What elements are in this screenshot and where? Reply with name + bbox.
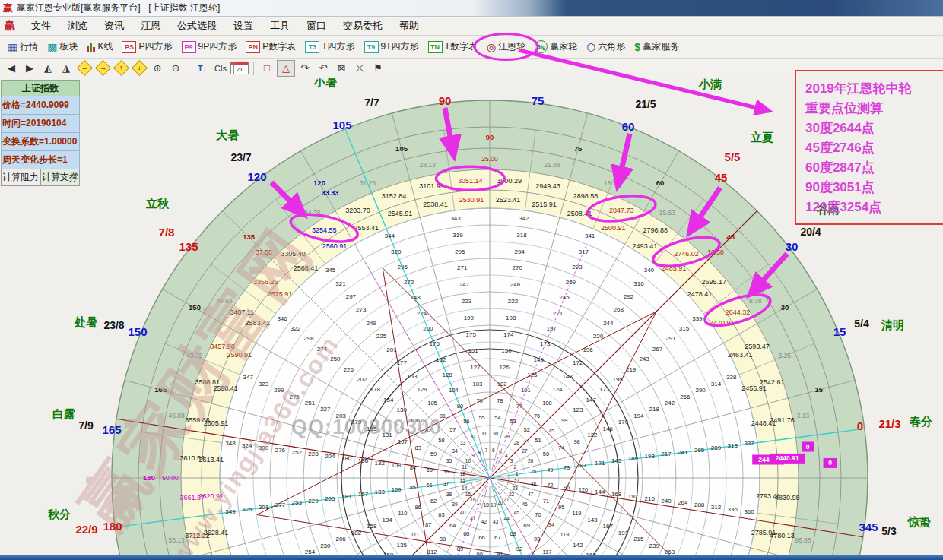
svg-text:172: 172 [573,359,583,366]
toolbar-button-T数字表[interactable]: TNT数字表 [424,38,482,55]
svg-text:2478.41: 2478.41 [687,290,713,298]
svg-text:133: 133 [375,489,386,495]
svg-text:3000.29: 3000.29 [497,177,522,185]
svg-text:177: 177 [397,359,408,366]
svg-text:192: 192 [628,493,639,500]
flag-tool-button[interactable]: ⚑ [370,61,386,76]
toolbar-button-K线[interactable]: K线 [82,38,117,55]
menu-logo-icon: 赢 [0,19,23,33]
info-row-价格: 价格=2440.9099 [1,96,80,115]
svg-text:109: 109 [392,486,402,493]
toolbar-button-label: P数字表 [262,40,296,53]
rotate-cw-button[interactable]: ↷ [297,61,313,76]
svg-text:168: 168 [611,491,622,498]
svg-text:11: 11 [462,464,467,470]
menu-item-公式选股[interactable]: 公式选股 [169,19,225,33]
calendar-button[interactable]: 21 [230,62,249,74]
square-tool-button[interactable]: □ [259,61,275,76]
info-row-变换系数: 变换系数=1.00000 [1,133,80,151]
cls-button[interactable]: Cls [212,61,229,76]
gann-wheel-chart[interactable]: 1234567891011121314151617181920212223242… [0,78,943,557]
svg-text:21: 21 [503,497,510,502]
svg-text:347: 347 [243,374,254,381]
rotate-ccw-button[interactable]: ↶ [315,61,332,76]
svg-text:105: 105 [427,400,437,407]
svg-text:31: 31 [481,431,487,436]
wheel-outer-label: 105 [332,119,351,131]
flip-down-button[interactable]: ◮ [58,61,75,76]
pan-up-button[interactable]: ↑ [113,61,129,76]
toolbar-button-P数字表[interactable]: PNP数字表 [241,38,300,55]
wheel-outer-label: 5/5 [725,150,741,163]
svg-text:33.33: 33.33 [322,189,339,197]
pan-down-button[interactable]: ↓ [131,61,148,76]
svg-text:216: 216 [645,495,656,502]
P数字表-icon: PN [246,41,260,53]
menu-item-交易委托[interactable]: 交易委托 [335,19,391,33]
svg-text:4780.13: 4780.13 [770,532,795,539]
svg-text:108: 108 [392,462,402,469]
menu-item-江恩[interactable]: 江恩 [132,19,169,33]
svg-text:2553.41: 2553.41 [354,224,379,232]
svg-text:205: 205 [325,495,335,502]
toolbar-button-江恩轮[interactable]: ◎江恩轮 [482,38,530,55]
江恩轮-icon: ◎ [487,42,496,52]
toolbar-button-9P四方形[interactable]: P99P四方形 [177,38,242,55]
pan-right-button[interactable]: → [94,61,111,76]
svg-text:18.75: 18.75 [604,179,621,187]
svg-text:296: 296 [398,264,408,271]
button-计算支撑[interactable]: 计算支撑 [40,169,80,186]
menu-item-浏览[interactable]: 浏览 [59,19,96,33]
svg-text:195: 195 [613,376,624,383]
menu-item-窗口[interactable]: 窗口 [298,19,335,33]
svg-text:23: 23 [513,486,519,491]
svg-text:95: 95 [558,504,564,511]
T四方形-icon: T3 [305,41,319,53]
instrument-name: 上证指数 [1,80,80,96]
flip-up-button[interactable]: ◭ [40,61,56,76]
svg-text:130: 130 [396,407,407,413]
svg-text:42: 42 [481,519,487,524]
triangle-tool-button[interactable]: △ [277,60,295,77]
svg-text:98: 98 [573,438,579,445]
menu-item-资讯[interactable]: 资讯 [96,19,132,33]
svg-text:252: 252 [292,449,303,456]
time-axis-button[interactable]: T↓ [194,61,211,76]
toolbar-button-板块[interactable]: ▩板块 [43,38,82,55]
toolbar-button-label: 板块 [59,40,78,53]
svg-text:92: 92 [516,546,522,552]
toolbar-button-赢家服务[interactable]: $赢家服务 [630,38,684,55]
toolbar-button-六角形[interactable]: ⬡六角形 [582,38,630,55]
button-计算阻力[interactable]: 计算阻力 [1,169,40,186]
toolbar-button-label: T数字表 [445,40,478,53]
zoom-in-button[interactable]: ⊕ [149,61,166,76]
svg-text:0: 0 [828,459,832,467]
svg-text:338: 338 [726,374,737,381]
menu-item-工具[interactable]: 工具 [262,19,298,33]
toolbar-button-P四方形[interactable]: PSP四方形 [117,38,176,55]
toolbar-button-9T四方形[interactable]: T99T四方形 [360,38,424,55]
svg-text:202: 202 [357,376,367,383]
pan-left-button[interactable]: ← [76,61,93,76]
svg-text:127: 127 [470,364,481,371]
menu-item-文件[interactable]: 文件 [23,19,59,33]
nav-last-button[interactable]: ▶ [21,61,38,76]
zoom-out-button[interactable]: ⊖ [167,61,184,76]
svg-text:153: 153 [407,373,418,380]
nav-first-button[interactable]: ◀ [3,61,20,76]
toolbar-button-行情[interactable]: ▦行情 [3,38,43,55]
wheel-outer-label: 345 [859,520,878,533]
svg-text:2485.91: 2485.91 [662,264,687,272]
svg-text:3051.14: 3051.14 [458,177,483,185]
svg-text:30: 30 [493,431,499,436]
svg-text:2695.17: 2695.17 [701,278,726,286]
svg-text:105: 105 [395,144,408,153]
toolbar-button-赢家轮[interactable]: Big赢家轮 [530,38,582,55]
fit-view-button[interactable]: ⊠ [333,61,350,76]
application-window: 赢 赢家江恩专业版[赢家服务平台] - [上证指数 江恩轮] 赢 文件浏览资讯江… [0,0,943,560]
svg-text:220: 220 [593,333,604,340]
menu-item-帮助[interactable]: 帮助 [391,19,427,33]
menu-item-设置[interactable]: 设置 [225,19,262,33]
toolbar-button-T四方形[interactable]: T3T四方形 [300,38,359,55]
center-view-button[interactable]: ⤬ [351,61,368,76]
